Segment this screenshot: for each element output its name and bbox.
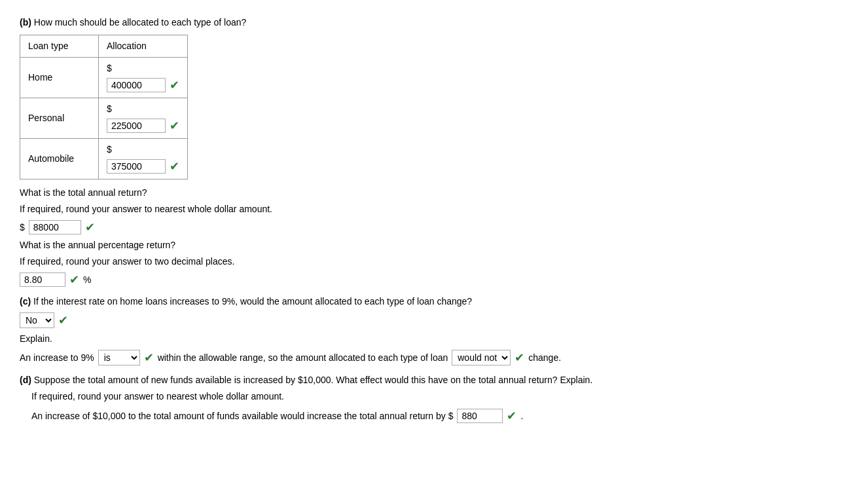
pct-return-q1: What is the annual percentage return? [20,238,848,252]
part-c-label: (c) [20,296,31,307]
home-input-row: ✔ [107,78,179,92]
part-d-check-icon: ✔ [507,410,516,422]
explain-dropdown2-check-icon: ✔ [515,352,524,364]
part-d-question: Suppose the total amount of new funds av… [34,375,593,385]
part-c-check-icon: ✔ [58,314,68,326]
automobile-allocation-input[interactable] [107,159,166,174]
home-allocation-input[interactable] [107,78,166,92]
total-return-q2: If required, round your answer to neares… [20,202,848,216]
explain-dropdown1-check-icon: ✔ [144,352,154,364]
allocation-cell-personal: $ ✔ [99,98,188,139]
dollar-home: $ [107,62,179,75]
total-return-check-icon: ✔ [85,221,95,233]
total-return-input[interactable] [29,220,81,234]
loan-type-home: Home [20,58,99,98]
part-d-answer-prefix: An increase of $10,000 to the total amou… [31,409,453,423]
col-header-loan-type: Loan type [20,35,99,58]
explain-dropdown2[interactable]: would not would [452,350,511,365]
total-return-dollar: $ [20,221,25,234]
allocation-cell-automobile: $ ✔ [99,139,188,179]
table-row-personal: Personal $ ✔ [20,98,188,139]
personal-allocation-input[interactable] [107,119,166,133]
automobile-check-icon: ✔ [170,160,179,172]
part-d-label: (d) [20,375,31,385]
explain-dropdown1[interactable]: is is not [98,350,140,365]
pct-return-input[interactable] [20,272,65,287]
part-d-answer-row: An increase of $10,000 to the total amou… [31,409,848,423]
part-b-section: (b) How much should be allocated to each… [20,16,848,287]
part-d-answer-suffix: . [520,409,523,423]
explain-prefix: An increase to 9% [20,351,94,365]
part-c-answer-row: No Yes ✔ [20,312,848,328]
total-return-q1: What is the total annual return? [20,186,848,200]
pct-return-check-icon: ✔ [69,274,79,286]
part-c-question: If the interest rate on home loans incre… [33,296,472,307]
explain-middle: within the allowable range, so the amoun… [158,351,448,365]
part-c-dropdown[interactable]: No Yes [20,312,54,328]
automobile-input-row: ✔ [107,159,179,174]
explain-label: Explain. [20,332,848,346]
table-row-home: Home $ ✔ [20,58,188,98]
personal-check-icon: ✔ [170,120,179,132]
loan-type-automobile: Automobile [20,139,99,179]
part-b-question: How much should be allocated to each typ… [34,17,247,28]
part-d-note: If required, round your answer to neares… [31,390,848,403]
pct-return-input-row: ✔ % [20,272,848,287]
part-c-question-line: (c) If the interest rate on home loans i… [20,295,848,308]
part-d-answer-input[interactable] [457,409,503,423]
table-row-automobile: Automobile $ ✔ [20,139,188,179]
part-c-section: (c) If the interest rate on home loans i… [20,295,848,365]
part-b-label: (b) [20,17,31,28]
dollar-automobile: $ [107,143,179,157]
pct-symbol: % [83,273,91,287]
allocation-cell-home: $ ✔ [99,58,188,98]
loan-table: Loan type Allocation Home $ ✔ P [20,35,188,179]
explain-row: An increase to 9% is is not ✔ within the… [20,350,848,365]
dollar-personal: $ [107,102,179,116]
pct-return-q2: If required, round your answer to two de… [20,255,848,269]
explain-suffix: change. [528,351,561,365]
home-check-icon: ✔ [170,79,179,91]
part-d-question-line: (d) Suppose the total amount of new fund… [20,373,848,387]
col-header-allocation: Allocation [99,35,188,58]
part-d-section: (d) Suppose the total amount of new fund… [20,373,848,423]
part-b-question-line: (b) How much should be allocated to each… [20,16,848,29]
total-return-input-row: $ ✔ [20,220,848,234]
personal-input-row: ✔ [107,119,179,133]
loan-type-personal: Personal [20,98,99,139]
